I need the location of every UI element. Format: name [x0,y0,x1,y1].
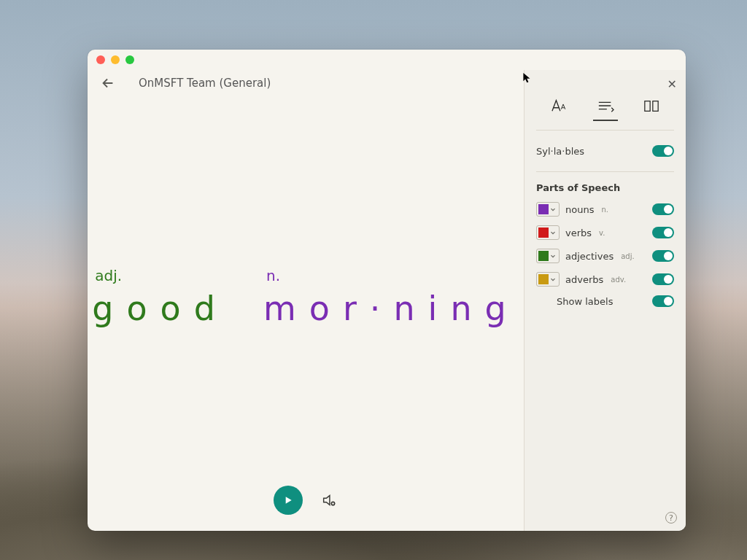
pos-abbr: adj. [621,252,634,260]
pos-name: adverbs [565,274,603,285]
toggle-verbs[interactable] [652,227,674,238]
content-split: OnMSFT Team (General) adj.goodn.mor·ning [88,70,686,531]
reader-main: OnMSFT Team (General) adj.goodn.mor·ning [88,70,524,531]
syllables-label: Syl·la·bles [536,146,584,157]
grammar-options-panel: ✕ Syl·la·bles Parts of Speec [524,70,686,531]
parts-of-speech-section: Parts of Speech nounsn.verbsv.adjectives… [536,171,674,322]
swatch-picker-nouns[interactable] [536,202,560,217]
pos-name: nouns [565,204,594,215]
back-arrow-icon[interactable] [98,73,118,93]
pos-abbr: n. [601,206,608,214]
toggle-adverbs[interactable] [652,273,674,285]
pos-name: verbs [565,228,592,238]
word-syllables: good [92,289,228,328]
reader-header: OnMSFT Team (General) [88,70,524,93]
play-button[interactable] [274,486,303,515]
tab-reading-preferences[interactable] [639,95,664,117]
swatch-picker-verbs[interactable] [536,225,560,240]
panel-tabs [536,95,674,117]
pos-row-nouns: nounsn. [536,198,674,221]
tab-grammar-options[interactable] [593,95,618,117]
color-swatch [538,251,549,261]
help-button[interactable]: ? [665,512,677,524]
pos-abbr: v. [599,229,605,237]
syllables-toggle[interactable] [652,145,674,157]
swatch-picker-adverbs[interactable] [536,272,560,287]
traffic-light-zoom[interactable] [125,55,134,64]
show-labels-label: Show labels [557,296,613,307]
syllables-section: Syl·la·bles [536,130,674,171]
color-swatch [538,274,549,284]
show-labels-toggle[interactable] [652,295,674,307]
parts-of-speech-title: Parts of Speech [536,182,674,193]
toggle-nouns[interactable] [652,203,674,215]
pos-row-verbs: verbsv. [536,221,674,244]
pos-name: adjectives [565,251,614,262]
reader-word: n.mor·ning [263,267,519,328]
traffic-light-close[interactable] [96,55,105,64]
voice-settings-button[interactable] [320,491,338,509]
word-syllables: mor·ning [263,289,519,328]
color-swatch [538,228,549,238]
playback-controls [88,486,524,515]
chevron-down-icon [549,252,557,260]
tab-text-preferences[interactable] [547,95,572,117]
reader-words: adj.goodn.mor·ning [92,267,519,328]
close-panel-button[interactable]: ✕ [667,77,677,91]
swatch-picker-adjectives[interactable] [536,249,560,263]
toggle-adjectives[interactable] [652,250,674,262]
pos-row-adverbs: adverbsadv. [536,268,674,291]
chevron-down-icon [549,206,557,213]
pos-label: n. [266,267,280,284]
source-title: OnMSFT Team (General) [139,77,271,90]
pos-row-adjectives: adjectivesadj. [536,244,674,268]
mac-titlebar [88,50,686,70]
reader-area: adj.goodn.mor·ning [88,93,524,531]
pos-abbr: adv. [611,276,626,284]
traffic-light-minimize[interactable] [111,55,120,64]
chevron-down-icon [549,276,557,283]
color-swatch [538,204,549,214]
immersive-reader-window: OnMSFT Team (General) adj.goodn.mor·ning [88,50,686,531]
chevron-down-icon [549,229,557,236]
reader-word: adj.good [92,267,228,328]
pos-label: adj. [95,267,122,284]
